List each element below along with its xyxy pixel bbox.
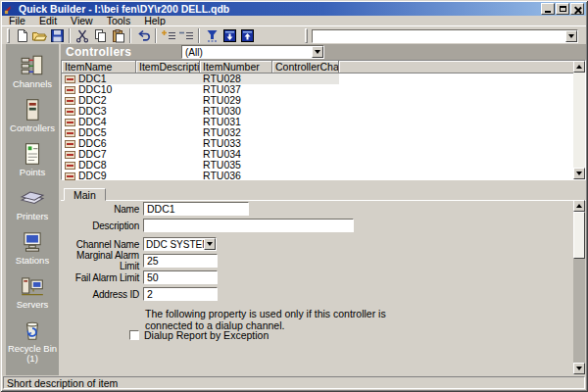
toolbar-separator xyxy=(69,28,71,43)
sidebar-item-label: Printers xyxy=(7,212,58,221)
toolbar-gripper[interactable] xyxy=(7,28,10,43)
paste-button[interactable] xyxy=(109,27,126,44)
description-field[interactable] xyxy=(143,219,354,232)
table-row[interactable]: DDC3 RTU030 xyxy=(62,106,585,117)
sidebar-item-channels[interactable]: Channels xyxy=(6,54,59,89)
close-button[interactable] xyxy=(570,3,584,15)
menu-edit[interactable]: Edit xyxy=(32,16,64,25)
item-name: DDC7 xyxy=(78,149,107,160)
chevron-down-icon[interactable] xyxy=(565,30,577,42)
marginal-alarm-limit-field[interactable] xyxy=(143,254,218,268)
item-name: DDC2 xyxy=(78,95,107,106)
detail-scrollbar[interactable] xyxy=(573,200,585,374)
dialup-note: The following property is used only if t… xyxy=(145,309,421,331)
dialup-report-row: Dialup Report by Exception xyxy=(129,329,269,341)
channel-name-combobox[interactable]: DDC SYSTEM xyxy=(143,237,217,251)
menu-view[interactable]: View xyxy=(64,16,100,25)
menu-bar: File Edit View Tools Help xyxy=(2,16,586,25)
table-row[interactable]: DDC6 RTU033 xyxy=(62,138,585,149)
column-header-itemdescription[interactable]: ItemDescription xyxy=(136,61,200,74)
status-text: Short description of item xyxy=(3,376,585,389)
table-row[interactable]: DDC1 RTU028 xyxy=(62,74,339,84)
menu-tools[interactable]: Tools xyxy=(100,16,138,25)
toolbar-separator xyxy=(129,28,131,43)
table-row[interactable]: DDC10 RTU037 xyxy=(62,84,585,95)
table-row[interactable]: DDC2 RTU029 xyxy=(62,95,585,106)
sidebar-item-points[interactable]: Points xyxy=(6,142,59,177)
table-row[interactable]: DDC7 RTU034 xyxy=(62,149,585,160)
undo-arrow-icon xyxy=(136,28,151,42)
filter-combobox[interactable]: (All) xyxy=(181,45,324,59)
minimize-icon xyxy=(545,11,551,13)
open-folder-icon xyxy=(31,28,47,43)
toolbar-combobox[interactable] xyxy=(312,29,578,43)
sidebar-item-printers[interactable]: Printers xyxy=(6,186,59,221)
item-name: DDC9 xyxy=(78,171,107,181)
dialup-report-checkbox[interactable] xyxy=(129,330,139,340)
upload-icon xyxy=(240,28,255,43)
scrollbar-thumb[interactable] xyxy=(573,212,585,259)
name-label: Name xyxy=(61,204,143,215)
filter-button[interactable] xyxy=(203,27,220,44)
scroll-down-icon[interactable] xyxy=(573,168,585,179)
chevron-down-icon[interactable] xyxy=(312,46,323,58)
table-row[interactable]: DDC4 RTU031 xyxy=(62,117,585,127)
points-icon xyxy=(20,142,45,166)
list-scrollbar[interactable] xyxy=(573,61,585,179)
sidebar-item-recycle-bin[interactable]: Recycle Bin (1) xyxy=(6,318,59,364)
remove-items-icon xyxy=(178,28,194,42)
stations-icon xyxy=(20,230,45,254)
column-header-itemname[interactable]: ItemName xyxy=(62,61,136,74)
scroll-up-icon[interactable] xyxy=(573,61,585,73)
cut-button[interactable] xyxy=(74,27,91,44)
address-id-field[interactable] xyxy=(143,287,218,301)
view-header: Controllers (All) xyxy=(61,44,586,60)
menu-file[interactable]: File xyxy=(2,16,32,25)
address-id-label: Address ID xyxy=(61,289,143,300)
table-row[interactable]: DDC5 RTU032 xyxy=(62,127,585,138)
sidebar-item-label: Stations xyxy=(7,256,58,266)
toolbar-separator xyxy=(198,28,200,43)
scroll-down-icon[interactable] xyxy=(573,363,585,374)
sidebar-item-stations[interactable]: Stations xyxy=(6,230,59,266)
maximize-button[interactable] xyxy=(556,3,569,15)
sidebar-item-label: Channels xyxy=(7,79,58,89)
name-field[interactable] xyxy=(143,202,249,216)
sidebar-item-controllers[interactable]: Controllers xyxy=(6,98,59,133)
tab-main[interactable]: Main xyxy=(64,188,106,201)
open-button[interactable] xyxy=(30,27,48,44)
controller-item-icon xyxy=(65,75,75,83)
column-header-controllerchannel[interactable]: ControllerChann... xyxy=(272,61,339,74)
remove-items-button[interactable] xyxy=(177,27,195,44)
new-button[interactable] xyxy=(13,27,30,44)
save-button[interactable] xyxy=(48,27,66,44)
item-name: DDC6 xyxy=(78,138,107,149)
scroll-up-icon[interactable] xyxy=(573,200,585,212)
minimize-button[interactable] xyxy=(541,3,555,15)
sidebar-item-servers[interactable]: Servers xyxy=(6,274,59,310)
item-number: RTU030 xyxy=(200,106,272,117)
undo-button[interactable] xyxy=(134,27,152,44)
download-button[interactable] xyxy=(220,27,238,44)
recycle-bin-icon xyxy=(20,318,45,342)
upload-button[interactable] xyxy=(238,27,256,44)
table-row[interactable]: DDC8 RTU035 xyxy=(62,160,585,171)
column-header-itemnumber[interactable]: ItemNumber xyxy=(200,61,272,74)
toolbar-gripper[interactable] xyxy=(305,28,308,43)
description-label: Description xyxy=(61,220,143,231)
menu-help[interactable]: Help xyxy=(137,16,172,25)
window-title: Quick Builder - I:\bei fen\DY\r200 DELL.… xyxy=(19,3,540,15)
item-number: RTU034 xyxy=(200,149,272,160)
table-row[interactable]: DDC9 RTU036 xyxy=(62,171,585,181)
fail-alarm-limit-label: Fail Alarm Limit xyxy=(61,272,143,283)
app-icon xyxy=(4,3,16,15)
shortcut-sidebar: Channels Controllers Points Printer xyxy=(2,44,59,375)
sidebar-item-label: Controllers xyxy=(7,123,58,133)
item-name: DDC4 xyxy=(78,117,107,127)
chevron-down-icon[interactable] xyxy=(204,238,216,250)
item-name: DDC10 xyxy=(78,84,112,95)
channels-icon xyxy=(20,54,45,77)
copy-button[interactable] xyxy=(91,27,109,44)
add-items-button[interactable] xyxy=(160,27,177,44)
fail-alarm-limit-field[interactable] xyxy=(143,270,218,284)
